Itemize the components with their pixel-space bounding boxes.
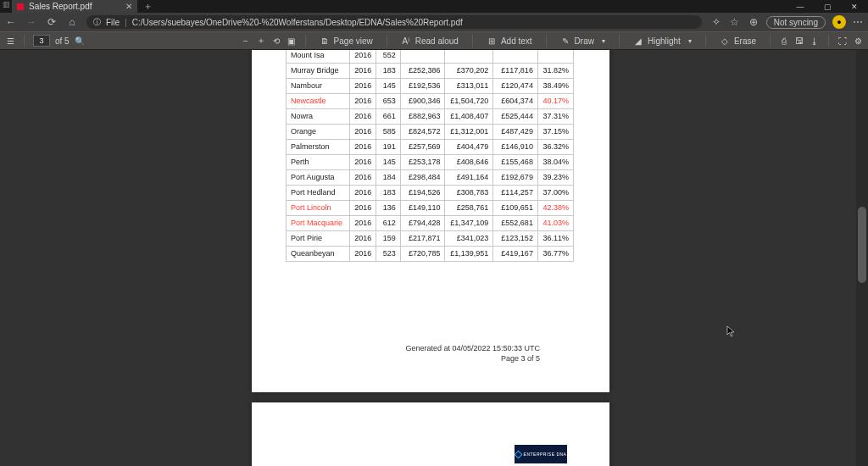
table-row: Port Augusta2016184£298,484£491,164£192,…: [287, 169, 574, 185]
draw-icon: ✎: [560, 36, 570, 46]
print-icon[interactable]: ⎙: [779, 36, 789, 46]
table-row: Mount Isa2016552: [287, 50, 574, 63]
search-icon[interactable]: 🔍: [75, 36, 85, 46]
table-row: Murray Bridge2016183£252,386£370,202£117…: [287, 63, 574, 78]
save-icon[interactable]: 🖫: [794, 36, 804, 46]
read-mode-icon[interactable]: ✧: [710, 16, 722, 28]
erase-icon: ◇: [720, 36, 730, 46]
forward-button[interactable]: →: [25, 16, 37, 28]
file-icon: ⓘ: [93, 17, 101, 28]
table-row: Queanbeyan2016523£720,785£1,139,951£419,…: [287, 246, 574, 261]
tab-title: Sales Report.pdf: [29, 2, 92, 11]
menu-button[interactable]: ⋯: [853, 16, 863, 28]
chevron-down-icon: ▾: [688, 37, 692, 45]
mouse-cursor: [726, 325, 735, 337]
read-aloud-icon: A⁾: [401, 36, 411, 46]
pdf-toolbar: ☰ 3 of 5 🔍 − ＋ ⟲ ▣ 🗎Page view A⁾Read alo…: [0, 31, 868, 50]
table-row: Port Macquarie2016612£794,428£1,347,109£…: [287, 215, 574, 230]
generated-timestamp: Generated at 04/05/2022 15:50:33 UTC: [405, 343, 540, 353]
close-window-button[interactable]: ✕: [841, 0, 868, 13]
minimize-button[interactable]: —: [787, 0, 814, 13]
url-box[interactable]: ⓘ File | C:/Users/suebayes/OneDrive%20-%…: [86, 15, 702, 29]
page-footer: Generated at 04/05/2022 15:50:33 UTC Pag…: [405, 343, 540, 363]
browser-tab[interactable]: Sales Report.pdf ✕: [12, 0, 137, 13]
pdf-favicon: [17, 3, 24, 10]
table-row: Nambour2016145£192,536£313,011£120,47438…: [287, 78, 574, 93]
page-of-label: of 5: [55, 36, 70, 46]
scrollbar-thumb[interactable]: [858, 207, 866, 283]
titlebar: ▥ Sales Report.pdf ✕ ＋ — ▢ ✕: [0, 0, 868, 13]
home-button[interactable]: ⌂: [66, 16, 78, 28]
page-indicator: Page 3 of 5: [405, 353, 540, 363]
zoom-in-button[interactable]: ＋: [256, 35, 266, 47]
highlight-icon: ◢: [633, 36, 643, 46]
profile-avatar[interactable]: ●: [832, 15, 846, 29]
draw-button[interactable]: ✎Draw▾: [555, 32, 610, 49]
page-view-icon: 🗎: [320, 36, 330, 46]
fullscreen-icon[interactable]: ⛶: [837, 36, 848, 46]
collections-icon[interactable]: ⊕: [748, 16, 760, 28]
pdf-page-4: ENTERPRISE DNA Redcliffe2016214£252,825£…: [252, 402, 609, 466]
page-view-button[interactable]: 🗎Page view: [314, 32, 378, 49]
scrollbar-track[interactable]: [856, 50, 868, 466]
add-text-button[interactable]: ⊞Add text: [481, 32, 537, 49]
refresh-button[interactable]: ⟳: [46, 16, 58, 28]
table-row: Port Hedland2016183£194,526£308,783£114,…: [287, 185, 574, 200]
maximize-button[interactable]: ▢: [814, 0, 841, 13]
table-row: Port Pirie2016159£217,871£341,023£123,15…: [287, 230, 574, 246]
table-row: Nowra2016661£882,963£1,408,407£525,44437…: [287, 108, 574, 124]
table-row: Newcastle2016653£900,346£1,504,720£604,3…: [287, 93, 574, 108]
zoom-out-button[interactable]: −: [241, 36, 251, 46]
read-aloud-button[interactable]: A⁾Read aloud: [396, 32, 464, 49]
back-button[interactable]: ←: [5, 16, 17, 28]
pdf-page-3: Mount Isa2016552Murray Bridge2016183£252…: [252, 50, 609, 392]
url-text: C:/Users/suebayes/OneDrive%20-%20Wolfers…: [132, 18, 463, 27]
file-label: File: [106, 18, 120, 27]
highlight-button[interactable]: ◢Highlight▾: [628, 32, 697, 49]
new-tab-button[interactable]: ＋: [137, 0, 158, 13]
erase-button[interactable]: ◇Erase: [715, 32, 761, 49]
table-row: Orange2016585£824,572£1,312,001£487,4293…: [287, 124, 574, 139]
enterprise-dna-logo: ENTERPRISE DNA: [515, 445, 567, 463]
close-tab-icon[interactable]: ✕: [125, 2, 132, 11]
contents-icon[interactable]: ☰: [5, 36, 15, 46]
settings-icon[interactable]: ⚙: [853, 36, 863, 46]
pdf-viewer[interactable]: Mount Isa2016552Murray Bridge2016183£252…: [0, 50, 868, 466]
rotate-icon[interactable]: ⟲: [271, 36, 281, 46]
save-as-icon[interactable]: ⭳: [810, 36, 820, 46]
chevron-down-icon: ▾: [602, 37, 605, 45]
page-number-input[interactable]: 3: [33, 35, 50, 47]
table-row: Perth2016145£253,178£408,646£155,46838.0…: [287, 154, 574, 169]
sync-status[interactable]: Not syncing: [766, 16, 826, 29]
add-text-icon: ⊞: [487, 36, 497, 46]
address-bar: ← → ⟳ ⌂ ⓘ File | C:/Users/suebayes/OneDr…: [0, 13, 868, 31]
tab-actions-icon[interactable]: ▥: [3, 0, 10, 8]
fit-page-icon[interactable]: ▣: [287, 36, 297, 46]
report-table: Mount Isa2016552Murray Bridge2016183£252…: [286, 50, 574, 262]
table-row: Palmerston2016191£257,569£404,479£146,91…: [287, 139, 574, 154]
table-row: Port Lincoln2016136£149,110£258,761£109,…: [287, 200, 574, 215]
favorites-icon[interactable]: ☆: [729, 16, 741, 28]
